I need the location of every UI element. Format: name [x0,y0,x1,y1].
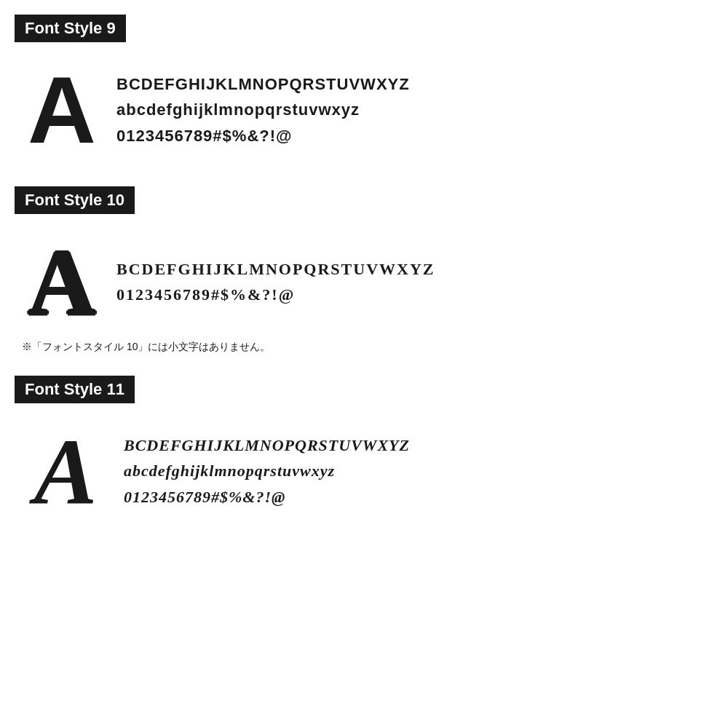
font-style-11-section: Font Style 11 A BCDEFGHIJKLMNOPQRSTUVWXY… [15,376,713,526]
font-style-9-line-1: BCDEFGHIJKLMNOPQRSTUVWXYZ [116,71,410,97]
font-style-9-big-letter: A [22,63,102,157]
font-style-11-big-letter: A [22,424,109,518]
font-style-11-line-1: BCDEFGHIJKLMNOPQRSTUVWXYZ [124,432,410,458]
font-style-9-section: Font Style 9 A BCDEFGHIJKLMNOPQRSTUVWXYZ… [15,15,713,165]
font-style-9-title: Font Style 9 [15,15,126,42]
font-style-10-line-2: 0123456789#$%&?!@ [116,282,435,307]
font-style-10-demo: A BCDEFGHIJKLMNOPQRSTUVWXYZ 0123456789#$… [15,227,713,336]
font-style-9-chars: BCDEFGHIJKLMNOPQRSTUVWXYZ abcdefghijklmn… [116,71,410,149]
font-style-10-title: Font Style 10 [15,186,135,214]
page-container: Font Style 9 A BCDEFGHIJKLMNOPQRSTUVWXYZ… [0,0,728,728]
font-style-11-chars: BCDEFGHIJKLMNOPQRSTUVWXYZ abcdefghijklmn… [124,432,410,510]
font-style-11-line-2: abcdefghijklmnopqrstuvwxyz [124,458,410,483]
font-style-9-line-3: 0123456789#$%&?!@ [116,123,410,149]
font-style-9-line-2: abcdefghijklmnopqrstuvwxyz [116,97,410,122]
font-style-10-note: ※「フォントスタイル 10」には小文字はありません。 [15,341,713,354]
font-style-10-big-letter: A [22,234,102,329]
font-style-11-demo: A BCDEFGHIJKLMNOPQRSTUVWXYZ abcdefghijkl… [15,416,713,526]
font-style-10-chars: BCDEFGHIJKLMNOPQRSTUVWXYZ 0123456789#$%&… [116,256,435,307]
font-style-11-line-3: 0123456789#$%&?!@ [124,484,410,510]
font-style-10-section: Font Style 10 A BCDEFGHIJKLMNOPQRSTUVWXY… [15,186,713,354]
font-style-10-line-1: BCDEFGHIJKLMNOPQRSTUVWXYZ [116,256,435,282]
font-style-11-title: Font Style 11 [15,376,135,403]
font-style-9-demo: A BCDEFGHIJKLMNOPQRSTUVWXYZ abcdefghijkl… [15,55,713,165]
